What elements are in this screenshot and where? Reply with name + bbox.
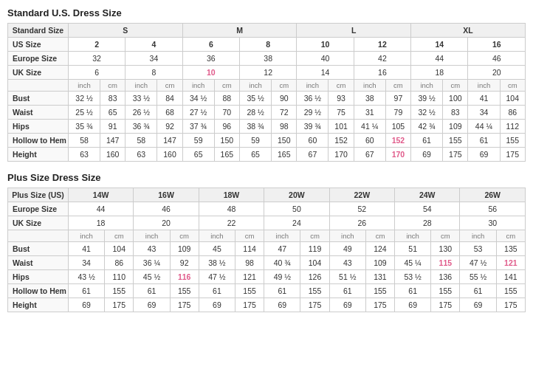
standard-size-label: Standard Size bbox=[8, 24, 69, 38]
us-14: 14 bbox=[411, 38, 468, 52]
unit-row-plus: inchcm inchcm inchcm inchcm inchcm inchc… bbox=[8, 230, 526, 242]
uk-size-row: UK Size 6 8 10 12 14 16 18 20 bbox=[8, 66, 526, 80]
plus-14w: 14W bbox=[68, 188, 133, 202]
uk-label: UK Size bbox=[8, 66, 69, 80]
plus-26w: 26W bbox=[460, 188, 526, 202]
size-l: L bbox=[297, 24, 411, 38]
plus-hips-row: Hips 43 ½110 45 ½116 47 ½121 49 ½126 51 … bbox=[8, 270, 526, 284]
size-s: S bbox=[68, 24, 182, 38]
us-12: 12 bbox=[354, 38, 410, 52]
plus-size-label: Plus Size (US) bbox=[8, 188, 69, 202]
plus-table: Plus Size (US) 14W 16W 18W 20W 22W 24W 2… bbox=[7, 188, 526, 312]
plus-height-row: Height 69175 69175 69175 69175 69175 691… bbox=[8, 298, 526, 312]
plus-title: Plus Size Dress Size bbox=[7, 172, 526, 183]
plus-europe-row: Europe Size 44 46 48 50 52 54 56 bbox=[8, 202, 526, 216]
europe-size-row: Europe Size 32 34 36 38 40 42 44 46 bbox=[8, 52, 526, 66]
us-6: 6 bbox=[182, 38, 239, 52]
unit-row-standard: inchcm inchcm inchcm inchcm inchcm inchc… bbox=[8, 80, 526, 92]
us-8: 8 bbox=[240, 38, 297, 52]
plus-waist-row: Waist 3486 36 ¼92 38 ½98 40 ¾104 43109 4… bbox=[8, 256, 526, 270]
plus-size-group-row: Plus Size (US) 14W 16W 18W 20W 22W 24W 2… bbox=[8, 188, 526, 202]
plus-uk-row: UK Size 18 20 22 24 26 28 30 bbox=[8, 216, 526, 230]
plus-24w: 24W bbox=[395, 188, 460, 202]
waist-row: Waist 25 ½65 26 ½68 27 ½70 28 ½72 29 ½75… bbox=[8, 106, 526, 120]
plus-hollow-hem-row: Hollow to Hem 61155 61155 61155 61155 61… bbox=[8, 284, 526, 298]
bust-row: Bust 32 ½83 33 ½84 34 ½88 35 ½90 36 ½93 … bbox=[8, 92, 526, 106]
plus-18w: 18W bbox=[199, 188, 264, 202]
plus-bust-row: Bust 41104 43109 45114 47119 49124 51130… bbox=[8, 242, 526, 256]
height-row: Height 63160 63160 65165 65165 67170 671… bbox=[8, 148, 526, 162]
us-10: 10 bbox=[297, 38, 354, 52]
size-m: M bbox=[182, 24, 297, 38]
plus-20w: 20W bbox=[264, 188, 329, 202]
size-xl: XL bbox=[411, 24, 526, 38]
standard-title: Standard U.S. Dress Size bbox=[7, 7, 526, 18]
hips-row: Hips 35 ¾91 36 ¾92 37 ¾96 38 ¾98 39 ¾101… bbox=[8, 120, 526, 134]
hollow-hem-row: Hollow to Hem 58147 58147 59150 59150 60… bbox=[8, 134, 526, 148]
us-16: 16 bbox=[468, 38, 526, 52]
plus-22w: 22W bbox=[329, 188, 394, 202]
standard-table: Standard Size S M L XL US Size 2 4 6 8 1… bbox=[7, 23, 526, 162]
europe-label: Europe Size bbox=[8, 52, 69, 66]
plus-16w: 16W bbox=[134, 188, 199, 202]
us-size-row: US Size 2 4 6 8 10 12 14 16 bbox=[8, 38, 526, 52]
us-2: 2 bbox=[68, 38, 125, 52]
us-4: 4 bbox=[125, 38, 182, 52]
us-size-label: US Size bbox=[8, 38, 69, 52]
size-group-row: Standard Size S M L XL bbox=[8, 24, 526, 38]
